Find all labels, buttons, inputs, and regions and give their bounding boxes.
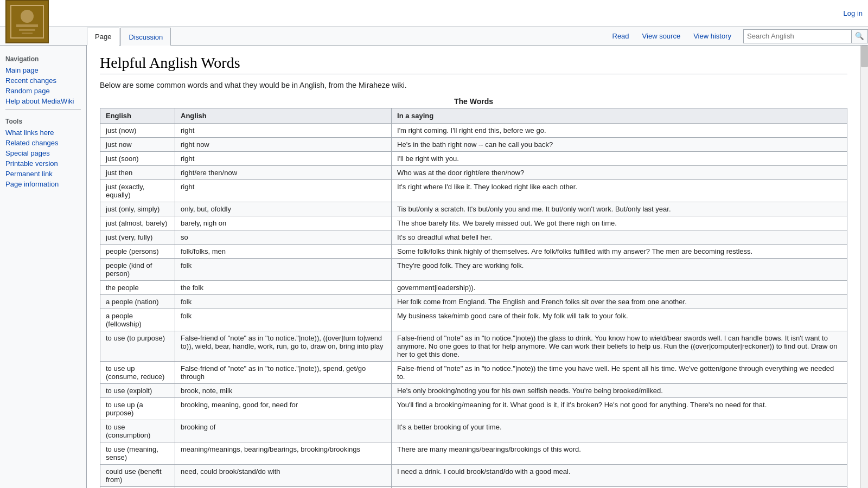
table-row: just nowright nowHe's in the bath right … (100, 138, 847, 152)
sidebar-item-help[interactable]: Help about MediaWiki (0, 96, 86, 106)
table-cell-english: the people (100, 281, 175, 295)
table-cell-anglish: right (175, 180, 392, 202)
table-cell-english: just now (100, 138, 175, 152)
col-header-english: English (100, 108, 175, 124)
table-cell-saying: The shoe barely fits. We barely missed o… (392, 216, 847, 230)
table-cell-english: to use (meaning, sense) (100, 442, 175, 465)
tab-read[interactable]: Read (606, 27, 636, 45)
table-cell-english: just (now) (100, 124, 175, 138)
table-cell-english: just (soon) (100, 152, 175, 166)
table-cell-english: to use (exploit) (100, 384, 175, 398)
tab-view-history[interactable]: View history (687, 27, 738, 45)
table-cell-saying: There are many meanings/bearings/brookin… (392, 442, 847, 465)
login-link[interactable]: Log in (844, 9, 863, 17)
table-row: just thenright/ere then/nowWho was at th… (100, 166, 847, 180)
tab-discussion[interactable]: Discussion (120, 28, 171, 46)
svg-rect-3 (16, 24, 38, 27)
table-cell-english: just then (100, 166, 175, 180)
table-cell-anglish: folk (175, 259, 392, 281)
table-cell-anglish: the folk (175, 281, 392, 295)
table-row: just (only, simply)only, but, ofoldlyTis… (100, 202, 847, 216)
table-row: just (exactly, equally)rightIt's right w… (100, 180, 847, 202)
top-bar: Log in (0, 0, 868, 27)
sidebar-tools-title: Tools (0, 113, 86, 127)
sidebar-nav-title: Navigation (0, 51, 86, 65)
table-cell-anglish: right now (175, 138, 392, 152)
table-cell-anglish: so (175, 230, 392, 245)
tab-page[interactable]: Page (87, 28, 119, 46)
sidebar-item-what-links[interactable]: What links here (0, 127, 86, 138)
table-body: just (now)rightI'm right coming. I'll ri… (100, 124, 847, 489)
search-button[interactable]: 🔍 (852, 29, 868, 43)
scrollbar-thumb[interactable] (861, 46, 868, 67)
table-cell-anglish: folk/folks, men (175, 245, 392, 259)
table-cell-anglish: folk (175, 295, 392, 309)
page-title: Helpful Anglish Words (100, 54, 847, 74)
sidebar-item-permanent[interactable]: Permanent link (0, 169, 86, 179)
table-row: just (soon)rightI'll be right with you. (100, 152, 847, 166)
table-cell-saying: False-friend of "note" as in "to notice.… (392, 331, 847, 362)
table-cell-english: could use (benefit from) (100, 465, 175, 487)
table-cell-saying: I'll be right with you. (392, 152, 847, 166)
sidebar-item-page-info[interactable]: Page information (0, 179, 86, 189)
sidebar-item-special-pages[interactable]: Special pages (0, 148, 86, 158)
table-row: to use (consumption)brooking ofIt's a be… (100, 420, 847, 442)
table-row: just (now)rightI'm right coming. I'll ri… (100, 124, 847, 138)
search-input[interactable] (743, 29, 852, 43)
table-row: the peoplethe folkgovernment|leadership)… (100, 281, 847, 295)
table-cell-anglish: only, but, ofoldly (175, 202, 392, 216)
table-cell-english: to use up (consume, reduce) (100, 362, 175, 384)
tab-view-source[interactable]: View source (636, 27, 687, 45)
table-row: to use up (consume, reduce)False-friend … (100, 362, 847, 384)
layout: Navigation Main page Recent changes Rand… (0, 46, 868, 488)
sidebar-item-recent-changes[interactable]: Recent changes (0, 75, 86, 86)
table-cell-saying: He's in the bath right now -- can he cal… (392, 138, 847, 152)
table-cell-anglish: folk (175, 309, 392, 331)
table-row: to use up (a purpose)brooking, meaning, … (100, 398, 847, 420)
table-row: people (kind of person)folkThey're good … (100, 259, 847, 281)
table-cell-saying: You'll find a brooking/meaning for it. W… (392, 398, 847, 420)
table-row: just (almost, barely)barely, nigh onThe … (100, 216, 847, 230)
sidebar-item-related-changes[interactable]: Related changes (0, 138, 86, 148)
table-cell-english: to use up (a purpose) (100, 398, 175, 420)
table-row: to use (meaning, sense)meaning/meanings,… (100, 442, 847, 465)
svg-point-2 (21, 10, 34, 23)
table-row: a people (nation)folkHer folk come from … (100, 295, 847, 309)
table-cell-anglish: False-friend of "note" as in "to notice.… (175, 331, 392, 362)
site-logo[interactable] (5, 0, 49, 43)
sidebar-item-main-page[interactable]: Main page (0, 65, 86, 75)
table-cell-english: a people (nation) (100, 295, 175, 309)
sidebar-item-random-page[interactable]: Random page (0, 86, 86, 96)
sidebar-divider (5, 110, 81, 110)
main-content: Helpful Anglish Words Below are some com… (87, 46, 860, 488)
table-cell-anglish: meaning/meanings, bearing/bearings, broo… (175, 442, 392, 465)
sidebar-item-printable[interactable]: Printable version (0, 158, 86, 169)
table-row: a people (fellowship)folkMy business tak… (100, 309, 847, 331)
table-cell-anglish: right (175, 152, 392, 166)
table-cell-saying: It's right where I'd like it. They looke… (392, 180, 847, 202)
table-cell-saying: I'm right coming. I'll right end this, b… (392, 124, 847, 138)
table-row: to use (to purpose)False-friend of "note… (100, 331, 847, 362)
table-cell-anglish: brooking, meaning, good for, need for (175, 398, 392, 420)
table-cell-anglish: brook, note, milk (175, 384, 392, 398)
top-right-nav: Log in (844, 9, 863, 17)
search-bar: 🔍 (743, 29, 868, 43)
scrollbar[interactable] (860, 46, 868, 488)
table-cell-saying: Tis but/only a scratch. It's but/only yo… (392, 202, 847, 216)
table-cell-english: people (persons) (100, 245, 175, 259)
table-cell-english: to use (consumption) (100, 420, 175, 442)
table-cell-saying: Some folk/folks think highly of themselv… (392, 245, 847, 259)
table-row: could use (benefit from)need, could broo… (100, 465, 847, 487)
table-cell-saying: I need a drink. I could brook/stand/do w… (392, 465, 847, 487)
table-cell-english: just (almost, barely) (100, 216, 175, 230)
table-cell-english: to use (to purpose) (100, 331, 175, 362)
table-cell-anglish: need, could brook/stand/do with (175, 465, 392, 487)
table-cell-saying: He's only brooking/noting you for his ow… (392, 384, 847, 398)
table-cell-saying: Who was at the door right/ere then/now? (392, 166, 847, 180)
logo-area (5, 0, 49, 35)
sidebar: Navigation Main page Recent changes Rand… (0, 46, 87, 488)
col-header-saying: In a saying (392, 108, 847, 124)
table-cell-saying: Her folk come from England. The English … (392, 295, 847, 309)
table-cell-saying: My business take/nimb good care of their… (392, 309, 847, 331)
intro-text: Below are some common words and what the… (100, 81, 847, 89)
